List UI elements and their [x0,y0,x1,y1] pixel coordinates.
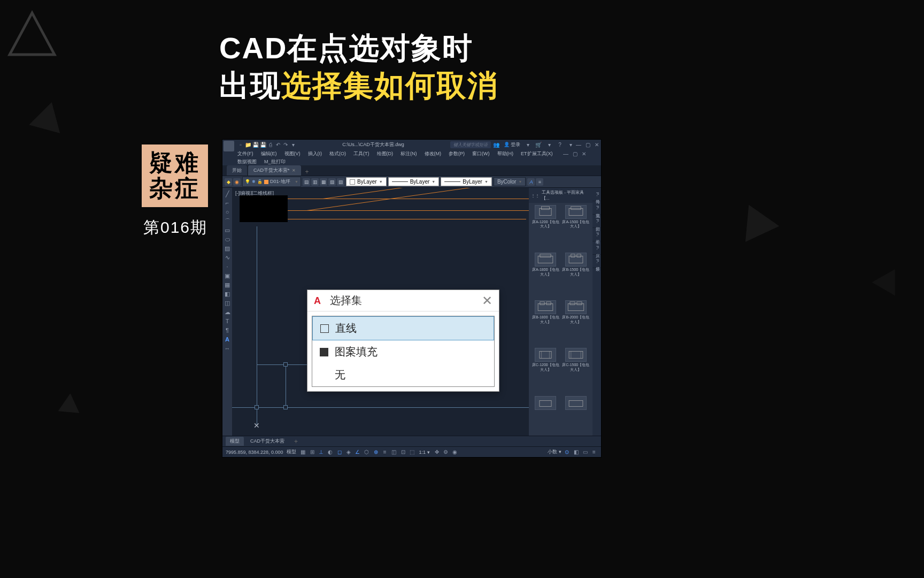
space-indicator[interactable]: 模型 [287,448,296,455]
menu-view[interactable]: 视图(V) [284,150,301,157]
palette-item[interactable]: 床A-1200【包包大人】 [531,205,560,252]
close-button[interactable]: ✕ [595,142,599,148]
app-icon[interactable]: ▾ [546,141,552,148]
palette-tab[interactable]: P-门窗 [592,215,601,228]
redo-icon[interactable]: ↷ [282,141,289,148]
layer-dropdown[interactable]: 💡 ❄ 🔓 D01-地坪 ▼ [242,177,301,187]
ws-icon[interactable]: ⚙ [442,448,450,456]
ducs-toggle-icon[interactable]: ⬡ [363,448,371,456]
text-tool-icon[interactable]: T [224,317,231,325]
print-icon[interactable]: ⎙ [267,141,274,148]
grid-toggle-icon[interactable]: ▦ [299,448,307,456]
menu-insert[interactable]: 插入(I) [308,150,322,157]
lineweight-dropdown[interactable]: ByLayer▼ [441,177,492,186]
ortho-toggle-icon[interactable]: ⊥ [318,448,325,456]
add-layout-button[interactable]: + [291,438,301,445]
menu-window[interactable]: 窗口(W) [472,150,490,157]
revision-tool-icon[interactable]: ☁ [224,308,231,316]
dropdown-icon[interactable]: ▾ [290,141,296,148]
palette-item[interactable]: 床C-1200【包包大人】 [531,348,560,394]
circle-tool-icon[interactable]: ○ [224,208,231,216]
selection-item-none[interactable]: 无 [312,363,494,386]
menu-dataview[interactable]: 数据视图 [237,158,257,165]
undo-icon[interactable]: ↶ [275,141,281,148]
drawing-canvas[interactable]: [-][俯视][二维线框] ✕ A 选择集 ✕ [232,188,529,436]
menu-et[interactable]: ET扩展工具(X) [521,150,553,157]
dimension-tool-icon[interactable]: ↔ [224,345,231,352]
arc-tool-icon[interactable]: ⌒ [224,217,231,225]
rectangle-tool-icon[interactable]: ▭ [224,226,231,234]
palette-item[interactable]: 床B-1500【包包大人】 [561,253,591,299]
list-icon[interactable]: ≡ [536,178,543,186]
tab-start[interactable]: 开始 [227,165,247,176]
menu-format[interactable]: 格式(O) [329,150,346,157]
doc-minimize-button[interactable]: — [563,151,568,157]
am-icon[interactable]: ◉ [451,448,459,456]
ellipse-tool-icon[interactable]: ⬭ [224,235,231,243]
table-tool-icon[interactable]: ▦ [224,281,231,288]
qp-toggle-icon[interactable]: ⊡ [399,448,407,456]
sc-toggle-icon[interactable]: ⬚ [409,448,416,456]
spline-tool-icon[interactable]: ∿ [224,254,231,261]
3dosnap-toggle-icon[interactable]: ◈ [345,448,352,456]
selection-item-line[interactable]: 直线 [312,316,494,340]
dropdown-icon[interactable]: ▾ [567,141,574,148]
palette-item[interactable]: 床B-2000【包包大人】 [561,300,591,347]
coordinates-readout[interactable]: 7995.859, 8384.228, 0.000 [226,450,283,455]
lwt-toggle-icon[interactable]: ≡ [381,448,389,456]
menu-edit[interactable]: 编辑(E) [261,150,277,157]
clean-icon[interactable]: ▭ [581,448,589,456]
wipeout-tool-icon[interactable]: ◫ [224,299,231,307]
tpy-toggle-icon[interactable]: ◫ [390,448,398,456]
mtext-tool-icon[interactable]: ¶ [224,326,231,334]
doc-restore-button[interactable]: ▢ [573,151,578,157]
layer-icon[interactable]: ◆ [225,178,232,186]
selection-item-hatch[interactable]: 图案填充 [312,340,494,363]
palette-item[interactable]: 床C-1500【包包大人】 [561,348,591,394]
line-tool-icon[interactable]: ╱ [224,190,231,197]
tab-document[interactable]: CAD干货大本营*✕ [248,165,301,176]
color-dropdown[interactable]: ByLayer▼ [346,177,387,186]
palette-title[interactable]: ⋮⋮ 工具选项板 - 平面家具【... [529,188,592,203]
menu-batchprint[interactable]: M_批打印 [264,158,286,165]
plotstyle-dropdown[interactable]: ByColor▼ [494,177,526,186]
saveas-icon[interactable]: 💾 [260,141,266,148]
layer-tool-icon[interactable]: ▦ [320,178,327,186]
layer-tool-icon[interactable]: ▥ [311,178,319,186]
annotation-tool-icon[interactable]: A [224,336,231,343]
palette-item[interactable]: 床A-1500【包包大人】 [561,205,591,252]
maximize-button[interactable]: ▢ [586,142,590,148]
palette-item[interactable]: 床B-1800【包包大人】 [531,300,560,347]
layer-tool-icon[interactable]: ▨ [337,178,344,186]
tab-close-icon[interactable]: ✕ [292,168,296,173]
add-tab-button[interactable]: + [302,168,312,176]
doc-close-button[interactable]: ✕ [582,151,586,157]
app-avatar[interactable] [224,141,234,151]
hw-accel-icon[interactable]: ⊙ [563,448,571,456]
polar-toggle-icon[interactable]: ◐ [327,448,334,456]
menu-file[interactable]: 文件(F) [237,150,253,157]
block-tool-icon[interactable]: ▣ [224,272,231,279]
palette-tab[interactable]: P-填充 [592,201,601,215]
snap-toggle-icon[interactable]: ⊞ [309,448,316,456]
layout-tab-model[interactable]: 模型 [226,437,244,446]
menu-dimension[interactable]: 标注(N) [401,150,417,157]
region-tool-icon[interactable]: ◧ [224,290,231,298]
dialog-titlebar[interactable]: A 选择集 ✕ [307,290,499,311]
grip-point[interactable] [283,405,288,409]
scale-dropdown[interactable]: 1:1 ▾ [419,450,430,455]
exchange-icon[interactable]: ▾ [525,141,531,148]
menu-parametric[interactable]: 参数(P) [449,150,465,157]
palette-tab[interactable]: P-符号 [592,188,601,201]
layer-tool-icon[interactable]: ▤ [303,178,310,186]
point-tool-icon[interactable]: · [224,263,231,270]
layer-tool-icon[interactable]: ▧ [328,178,336,186]
dyn-toggle-icon[interactable]: ⊕ [372,448,380,456]
minimize-button[interactable]: — [576,142,581,148]
save-icon[interactable]: 💾 [252,141,259,148]
otrack-toggle-icon[interactable]: ∠ [354,448,361,456]
isolate-icon[interactable]: ◧ [572,448,580,456]
palette-tab[interactable]: P-柜子 [592,228,601,241]
new-icon[interactable]: ▫ [237,141,244,148]
grip-point[interactable] [283,362,288,367]
